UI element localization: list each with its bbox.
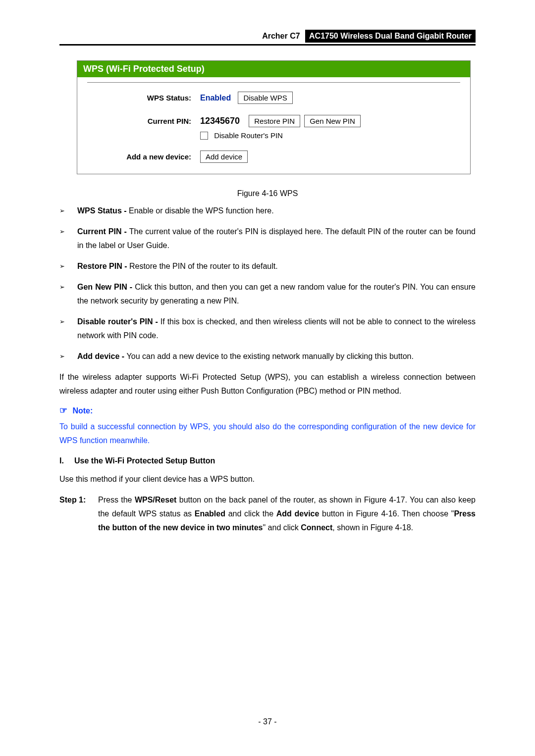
wps-status-value: Enabled — [200, 94, 231, 102]
panel-title: WPS (Wi-Fi Protected Setup) — [77, 61, 470, 77]
note-text: To build a successful connection by WPS,… — [59, 420, 476, 448]
note-icon: ☞ — [59, 405, 67, 416]
bullet-icon: ➢ — [59, 204, 77, 218]
disable-router-pin-checkbox[interactable] — [200, 132, 208, 140]
list-item: ➢ Current PIN - The current value of the… — [59, 225, 476, 252]
note-heading: ☞ Note: — [59, 405, 476, 416]
current-pin-label: Current PIN: — [87, 115, 200, 125]
step-label: Step 1: — [59, 493, 98, 535]
add-device-label: Add a new device: — [87, 151, 200, 161]
header-model: Archer C7 — [262, 32, 303, 41]
paragraph: Use this method if your client device ha… — [59, 472, 476, 486]
current-pin-value: 12345670 — [200, 116, 240, 126]
disable-router-pin-label: Disable Router's PIN — [214, 131, 283, 140]
add-device-row: Add a new device: Add device — [87, 151, 460, 163]
gen-new-pin-button[interactable]: Gen New PIN — [304, 115, 361, 127]
bullet-icon: ➢ — [59, 350, 77, 363]
list-item: ➢ Restore PIN - Restore the PIN of the r… — [59, 259, 476, 273]
wps-status-row: WPS Status: Enabled Disable WPS — [87, 92, 460, 104]
list-item: ➢ Gen New PIN - Click this button, and t… — [59, 280, 476, 308]
restore-pin-button[interactable]: Restore PIN — [249, 115, 300, 127]
bullet-icon: ➢ — [59, 315, 77, 343]
list-item: ➢ Disable router's PIN - If this box is … — [59, 315, 476, 343]
figure-caption: Figure 4-16 WPS — [59, 189, 476, 198]
paragraph: If the wireless adapter supports Wi-Fi P… — [59, 370, 476, 398]
bullet-icon: ➢ — [59, 225, 77, 252]
page-number: - 37 - — [0, 717, 535, 726]
header-title: AC1750 Wireless Dual Band Gigabit Router — [305, 30, 476, 43]
step-body: Press the WPS/Reset button on the back p… — [98, 493, 476, 535]
list-item: ➢ WPS Status - Enable or disable the WPS… — [59, 204, 476, 218]
page-header: Archer C7 AC1750 Wireless Dual Band Giga… — [59, 30, 476, 46]
list-item: ➢ Add device - You can add a new device … — [59, 350, 476, 363]
add-device-button[interactable]: Add device — [200, 151, 248, 163]
bullet-icon: ➢ — [59, 259, 77, 273]
bullet-icon: ➢ — [59, 280, 77, 308]
disable-wps-button[interactable]: Disable WPS — [238, 92, 292, 104]
bullet-list: ➢ WPS Status - Enable or disable the WPS… — [59, 204, 476, 363]
wps-panel: WPS (Wi-Fi Protected Setup) WPS Status: … — [77, 60, 471, 174]
wps-status-label: WPS Status: — [87, 92, 200, 102]
step-1: Step 1: Press the WPS/Reset button on th… — [59, 493, 476, 535]
section-heading: I.Use the Wi-Fi Protected Setup Button — [59, 456, 476, 465]
current-pin-row: Current PIN: 12345670 Restore PIN Gen Ne… — [87, 115, 460, 140]
